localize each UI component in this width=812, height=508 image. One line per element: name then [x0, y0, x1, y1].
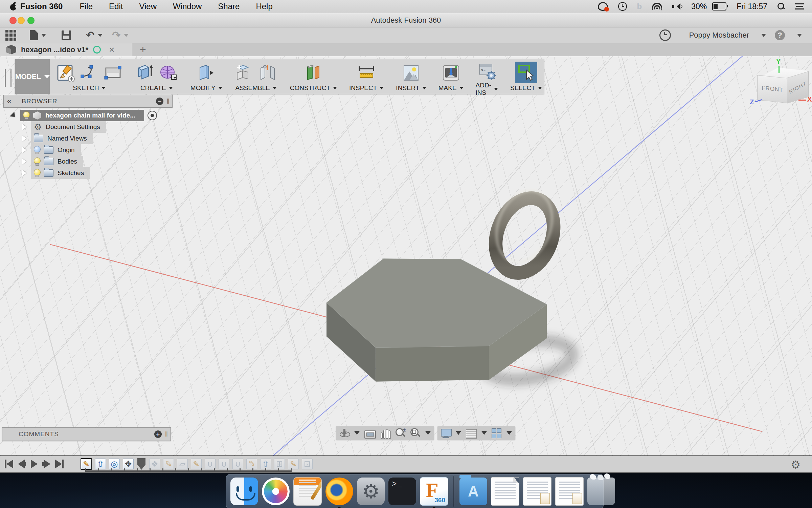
go-to-end-icon[interactable]: [55, 459, 64, 469]
torus-ring-body[interactable]: [486, 183, 564, 281]
select-caret[interactable]: [538, 87, 542, 89]
sketch-feature[interactable]: ✎: [288, 459, 299, 469]
volume-icon[interactable]: [672, 3, 681, 10]
menu-window[interactable]: Window: [165, 2, 210, 11]
root-visibility-bulb-icon[interactable]: [23, 111, 29, 120]
dock-finder-icon[interactable]: [230, 478, 258, 505]
comments-grip-icon[interactable]: ‖: [165, 430, 168, 438]
spotlight-search-icon[interactable]: [777, 3, 785, 10]
menu-edit[interactable]: Edit: [101, 2, 131, 11]
combine-feature[interactable]: ⊞: [274, 459, 285, 469]
root-expand-arrow[interactable]: [10, 112, 17, 119]
press-pull-icon[interactable]: [197, 63, 216, 82]
timeline-settings-gear-icon[interactable]: ⚙: [791, 458, 800, 471]
make-group-label[interactable]: MAKE: [438, 84, 457, 92]
zoom-window-icon[interactable]: [410, 428, 421, 438]
step-back-icon[interactable]: [18, 459, 26, 469]
insert-group-label[interactable]: INSERT: [396, 84, 419, 92]
make-caret[interactable]: [459, 87, 464, 89]
dock-document-1-icon[interactable]: [523, 477, 551, 506]
addins-caret[interactable]: [494, 88, 498, 90]
insert-image-icon[interactable]: [401, 63, 421, 82]
menu-view[interactable]: View: [131, 2, 165, 11]
hole-feature[interactable]: ∪: [232, 459, 243, 469]
user-account-menu[interactable]: Poppy Mosbacher: [689, 31, 749, 40]
viewports-caret[interactable]: [506, 431, 512, 435]
assemble-caret[interactable]: [273, 87, 277, 89]
create-group-label[interactable]: CREATE: [140, 84, 166, 92]
browser-grip-icon[interactable]: ‖: [167, 98, 170, 105]
pan-hand-icon[interactable]: [381, 427, 391, 439]
select-group-label[interactable]: SELECT: [510, 84, 535, 92]
dock-applications-folder-icon[interactable]: A: [459, 478, 487, 505]
comments-panel[interactable]: COMMENTS + ‖: [2, 427, 171, 441]
menu-app-name[interactable]: Fusion 360: [17, 2, 71, 11]
extrude-feature[interactable]: ⇧: [260, 459, 271, 469]
tree-row-document-settings[interactable]: ⚙ Document Settings: [3, 121, 173, 133]
group-feature[interactable]: ⊡: [302, 459, 313, 469]
root-activate-radio[interactable]: [148, 111, 157, 120]
new-tab-button[interactable]: +: [132, 43, 154, 56]
sketch-feature[interactable]: ✎: [81, 458, 92, 470]
look-at-icon[interactable]: [364, 430, 376, 439]
browser-minimize-icon[interactable]: −: [156, 98, 163, 105]
assemble-group-label[interactable]: ASSEMBLE: [235, 84, 270, 92]
step-forward-icon[interactable]: [42, 459, 50, 469]
dock-fusion-360-icon[interactable]: F 360: [420, 477, 448, 506]
ribbon-grip-handle[interactable]: [5, 69, 12, 87]
addins-group-label[interactable]: ADD-INS: [476, 82, 491, 97]
expand-arrow[interactable]: [22, 158, 26, 165]
pattern-feature[interactable]: ❖: [149, 459, 160, 469]
new-component-icon[interactable]: [234, 63, 254, 82]
view-cube[interactable]: FRONT RIGHT Y X Z: [754, 63, 812, 114]
hole-feature[interactable]: ∪: [219, 459, 229, 469]
expand-arrow[interactable]: [22, 170, 26, 176]
help-menu-caret[interactable]: [797, 34, 802, 37]
apple-menu-icon[interactable]: [9, 2, 17, 10]
construction-plane-feature[interactable]: ▱: [177, 459, 188, 469]
construct-group-label[interactable]: CONSTRUCT: [290, 84, 330, 92]
dock-terminal-icon[interactable]: >_: [388, 478, 416, 505]
collapse-browser-icon[interactable]: «: [4, 97, 13, 106]
menu-help[interactable]: Help: [248, 2, 280, 11]
screen-recording-icon[interactable]: [598, 2, 608, 11]
rectangle-icon[interactable]: [103, 63, 123, 82]
new-file-icon[interactable]: [30, 30, 38, 40]
inspect-group-label[interactable]: INSPECT: [349, 84, 377, 92]
joint-icon[interactable]: [258, 63, 278, 82]
create-caret[interactable]: [169, 87, 173, 89]
expand-arrow[interactable]: [22, 135, 26, 142]
add-ins-icon[interactable]: >-: [477, 61, 497, 81]
viewports-icon[interactable]: [492, 428, 502, 439]
tree-row-named-views[interactable]: Named Views: [3, 133, 173, 144]
battery-icon[interactable]: [712, 2, 726, 10]
insert-caret[interactable]: [422, 87, 426, 89]
app-grid-icon[interactable]: [5, 30, 16, 41]
user-menu-caret[interactable]: [761, 34, 766, 37]
measure-icon[interactable]: [357, 63, 376, 82]
viewport-canvas[interactable]: MODEL: [0, 56, 812, 456]
tree-row-bodies[interactable]: Bodies: [3, 156, 173, 167]
spline-icon[interactable]: [80, 63, 99, 82]
job-status-clock-icon[interactable]: [659, 29, 671, 41]
timeline-playhead[interactable]: [137, 458, 145, 470]
select-tool-icon[interactable]: [515, 62, 537, 83]
sketch-feature[interactable]: ✎: [246, 459, 257, 469]
save-icon[interactable]: [62, 30, 71, 40]
create-form-icon[interactable]: [159, 63, 178, 82]
construction-plane-icon[interactable]: [303, 63, 323, 82]
tree-row-root[interactable]: hexagon chain mail for vide...: [3, 110, 173, 121]
visibility-bulb-icon[interactable]: [34, 157, 40, 166]
dock-pages-icon[interactable]: [293, 477, 322, 506]
grid-caret[interactable]: [481, 431, 487, 435]
modify-group-label[interactable]: MODIFY: [190, 84, 216, 92]
dock-trash-icon[interactable]: [587, 478, 615, 505]
construct-caret[interactable]: [333, 87, 337, 89]
play-icon[interactable]: [31, 459, 38, 469]
time-machine-icon[interactable]: [618, 2, 627, 11]
torus-feature[interactable]: ◎: [109, 459, 120, 469]
dock-system-preferences-icon[interactable]: ⚙: [357, 478, 385, 505]
sketch-feature[interactable]: ✎: [191, 459, 202, 469]
document-tab[interactable]: hexagon ...ideo v1* ×: [0, 43, 132, 56]
menu-file[interactable]: File: [71, 2, 101, 11]
